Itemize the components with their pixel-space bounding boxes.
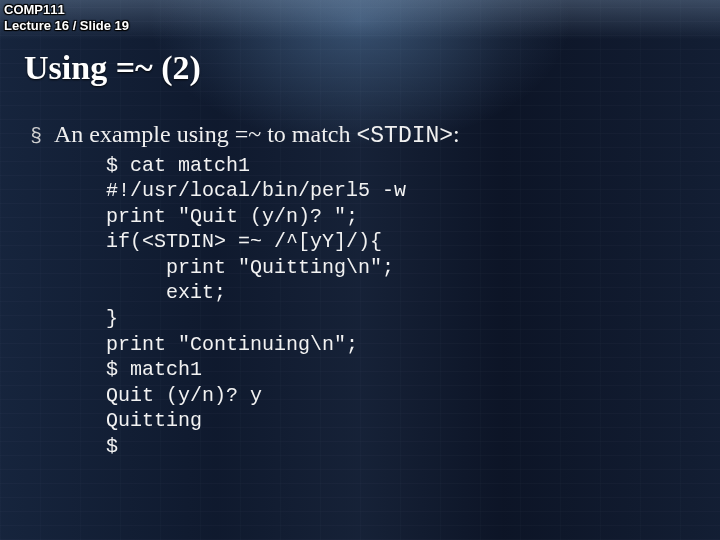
bullet-item: § An example using =~ to match <STDIN>: [28, 121, 692, 149]
lecture-slide-label: Lecture 16 / Slide 19 [4, 18, 714, 34]
slide-header: COMP111 Lecture 16 / Slide 19 [0, 0, 720, 37]
course-code: COMP111 [4, 2, 714, 18]
slide-title: Using =~ (2) [0, 37, 720, 97]
bullet-text-prefix: An example using =~ to match [54, 121, 356, 147]
slide-content: § An example using =~ to match <STDIN>: … [0, 97, 720, 460]
bullet-text: An example using =~ to match <STDIN>: [54, 121, 460, 149]
code-block: $ cat match1 #!/usr/local/bin/perl5 -w p… [106, 153, 692, 460]
bullet-text-mono: <STDIN> [356, 123, 453, 149]
bullet-glyph-icon: § [28, 125, 44, 145]
bullet-text-suffix: : [453, 121, 460, 147]
